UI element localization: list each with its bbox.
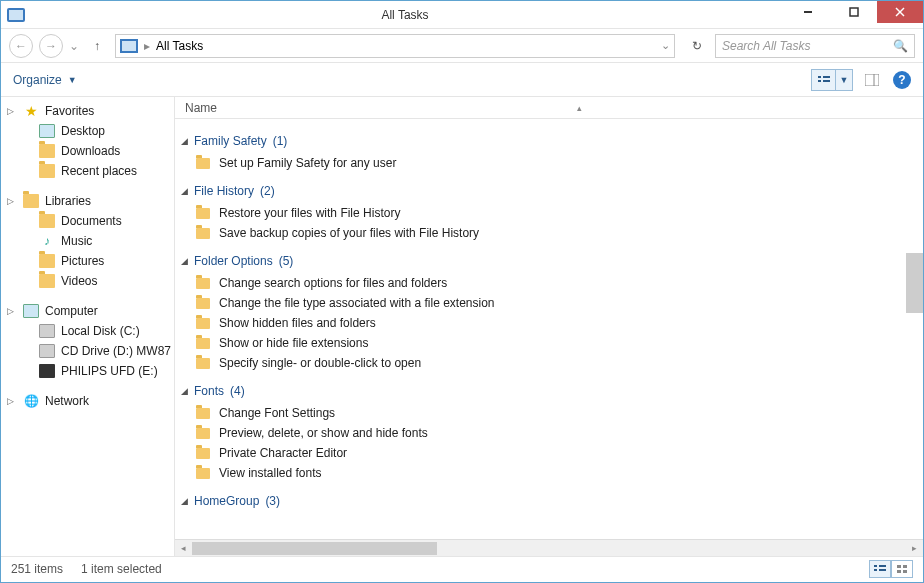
svg-rect-8 [865,74,879,86]
address-bar[interactable]: ▸ All Tasks ⌄ [115,34,675,58]
sidebar-item-pictures[interactable]: Pictures [1,251,174,271]
column-name: Name [185,101,217,115]
details-view-button[interactable] [869,560,891,578]
sidebar-libraries[interactable]: ▷Libraries [1,191,174,211]
group-header[interactable]: ◢Fonts(4) [181,379,923,403]
icons-view-button[interactable] [891,560,913,578]
refresh-button[interactable]: ↻ [685,34,709,58]
task-icon [195,296,211,310]
svg-rect-17 [903,570,907,573]
group-count: (1) [273,134,288,148]
sidebar-item-downloads[interactable]: Downloads [1,141,174,161]
view-mode-control[interactable]: ▼ [811,69,853,91]
column-header[interactable]: Name ▴ [175,97,923,119]
task-icon [195,276,211,290]
close-button[interactable] [877,1,923,23]
back-button[interactable]: ← [9,34,33,58]
task-list[interactable]: ◢Family Safety(1)Set up Family Safety fo… [175,119,923,539]
sidebar-network[interactable]: ▷🌐Network [1,391,174,411]
status-selected: 1 item selected [81,562,162,576]
location-text: All Tasks [156,39,203,53]
sidebar-item-usb[interactable]: PHILIPS UFD (E:) [1,361,174,381]
task-item[interactable]: Private Character Editor [181,443,923,463]
sidebar-item-desktop[interactable]: Desktop [1,121,174,141]
task-item[interactable]: Specify single- or double-click to open [181,353,923,373]
status-view-buttons [869,560,913,578]
app-icon [7,8,25,22]
organize-menu[interactable]: Organize ▼ [13,73,77,87]
chevron-right-icon: ▸ [144,39,150,53]
up-button[interactable]: ↑ [85,34,109,58]
task-item[interactable]: Restore your files with File History [181,203,923,223]
horizontal-scrollbar[interactable]: ◂ ▸ [175,539,923,556]
search-icon: 🔍 [893,39,908,53]
view-list-icon[interactable] [812,70,836,90]
task-label: Show hidden files and folders [219,316,376,330]
svg-rect-14 [897,565,901,568]
vertical-scrollbar-thumb[interactable] [906,253,923,313]
folder-icon [39,144,55,158]
task-icon [195,406,211,420]
svg-rect-15 [903,565,907,568]
task-item[interactable]: Show hidden files and folders [181,313,923,333]
libraries-icon [23,194,39,208]
forward-button[interactable]: → [39,34,63,58]
status-bar: 251 items 1 item selected [1,556,923,580]
sidebar-item-recent[interactable]: Recent places [1,161,174,181]
task-label: Change Font Settings [219,406,335,420]
sidebar-computer[interactable]: ▷Computer [1,301,174,321]
collapse-icon: ◢ [181,496,188,506]
task-label: Preview, delete, or show and hide fonts [219,426,428,440]
task-item[interactable]: Set up Family Safety for any user [181,153,923,173]
task-icon [195,226,211,240]
task-icon [195,156,211,170]
navigation-pane: ▷★Favorites Desktop Downloads Recent pla… [1,97,175,556]
task-item[interactable]: Show or hide file extensions [181,333,923,353]
svg-rect-7 [823,80,830,82]
svg-rect-12 [874,569,877,571]
task-icon [195,316,211,330]
sidebar-favorites[interactable]: ▷★Favorites [1,101,174,121]
group-header[interactable]: ◢Family Safety(1) [181,129,923,153]
group-header[interactable]: ◢Folder Options(5) [181,249,923,273]
task-item[interactable]: Preview, delete, or show and hide fonts [181,423,923,443]
task-item[interactable]: Save backup copies of your files with Fi… [181,223,923,243]
task-item[interactable]: Change the file type associated with a f… [181,293,923,313]
task-label: View installed fonts [219,466,322,480]
minimize-button[interactable] [785,1,831,23]
desktop-icon [39,124,55,138]
scroll-right-icon[interactable]: ▸ [906,540,923,557]
task-item[interactable]: Change search options for files and fold… [181,273,923,293]
help-button[interactable]: ? [893,71,911,89]
group-count: (2) [260,184,275,198]
group-header[interactable]: ◢File History(2) [181,179,923,203]
history-dropdown[interactable]: ⌄ [69,39,79,53]
scroll-thumb[interactable] [192,542,437,555]
search-input[interactable]: Search All Tasks 🔍 [715,34,915,58]
address-dropdown-icon[interactable]: ⌄ [661,39,670,52]
task-label: Change the file type associated with a f… [219,296,495,310]
sidebar-item-local-disk[interactable]: Local Disk (C:) [1,321,174,341]
maximize-button[interactable] [831,1,877,23]
group-name: HomeGroup [194,494,259,508]
group-header[interactable]: ◢HomeGroup(3) [181,489,923,513]
videos-icon [39,274,55,288]
svg-rect-10 [874,565,877,567]
sidebar-item-videos[interactable]: Videos [1,271,174,291]
scroll-track[interactable] [192,540,906,557]
sidebar-item-cd-drive[interactable]: CD Drive (D:) MW87 [1,341,174,361]
sort-indicator-icon: ▴ [577,103,582,113]
toolbar: Organize ▼ ▼ ? [1,63,923,97]
task-icon [195,356,211,370]
sidebar-item-documents[interactable]: Documents [1,211,174,231]
task-item[interactable]: Change Font Settings [181,403,923,423]
pictures-icon [39,254,55,268]
svg-rect-1 [850,8,858,16]
sidebar-item-music[interactable]: ♪Music [1,231,174,251]
task-item[interactable]: View installed fonts [181,463,923,483]
view-dropdown-icon[interactable]: ▼ [836,70,852,90]
scroll-left-icon[interactable]: ◂ [175,540,192,557]
task-label: Show or hide file extensions [219,336,368,350]
preview-pane-button[interactable] [861,69,883,91]
documents-icon [39,214,55,228]
